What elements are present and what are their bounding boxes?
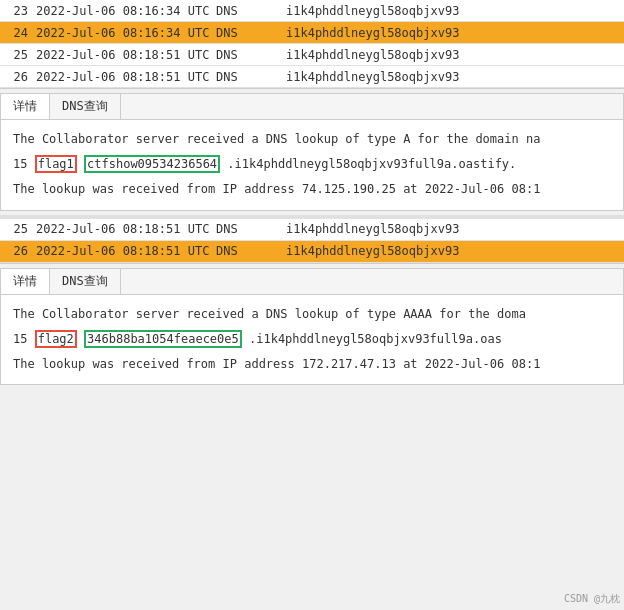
flag-red-1: flag1 (35, 155, 77, 173)
detail-content-2: The Collaborator server received a DNS l… (1, 295, 623, 385)
table-row[interactable]: 26 2022-Jul-06 08:18:51 UTC DNS i1k4phdd… (0, 66, 624, 88)
table-row[interactable]: 24 2022-Jul-06 08:16:34 UTC DNS i1k4phdd… (0, 22, 624, 44)
table-row[interactable]: 25 2022-Jul-06 08:18:51 UTC DNS i1k4phdd… (0, 44, 624, 66)
row-num: 25 (4, 48, 36, 62)
row-domain: i1k4phddlneygl58oqbjxv93 (286, 48, 620, 62)
row-type: DNS (216, 4, 286, 18)
row-domain: i1k4phddlneygl58oqbjxv93 (286, 26, 620, 40)
row-date: 2022-Jul-06 08:16:34 UTC (36, 4, 216, 18)
row-type: DNS (216, 222, 286, 236)
row-num: 26 (4, 70, 36, 84)
row-date: 2022-Jul-06 08:18:51 UTC (36, 244, 216, 258)
table-row[interactable]: 26 2022-Jul-06 08:18:51 UTC DNS i1k4phdd… (0, 241, 624, 263)
tab-details-2[interactable]: 详情 (1, 269, 50, 294)
row-domain: i1k4phddlneygl58oqbjxv93 (286, 70, 620, 84)
detail-description-1: The Collaborator server received a DNS l… (13, 130, 611, 149)
flag-suffix-1: .i1k4phddlneygl58oqbjxv93full9a.oastify. (227, 157, 516, 171)
detail-panel-2: 详情 DNS查询 The Collaborator server receive… (0, 268, 624, 386)
flag-suffix-2: .i1k4phddlneygl58oqbjxv93full9a.oas (249, 332, 502, 346)
row-date: 2022-Jul-06 08:18:51 UTC (36, 48, 216, 62)
tab-dns-2[interactable]: DNS查询 (50, 269, 121, 294)
row-num: 25 (4, 222, 36, 236)
row-domain: i1k4phddlneygl58oqbjxv93 (286, 244, 620, 258)
detail-tabs-1: 详情 DNS查询 (1, 94, 623, 120)
row-type: DNS (216, 70, 286, 84)
row-num: 24 (4, 26, 36, 40)
tab-dns-1[interactable]: DNS查询 (50, 94, 121, 119)
lookup-text-2: The lookup was received from IP address … (13, 355, 611, 374)
detail-description-2: The Collaborator server received a DNS l… (13, 305, 611, 324)
detail-flag-line-1: 15 flag1 ctfshow09534236564 .i1k4phddlne… (13, 155, 611, 174)
row-domain: i1k4phddlneygl58oqbjxv93 (286, 4, 620, 18)
table-row[interactable]: 23 2022-Jul-06 08:16:34 UTC DNS i1k4phdd… (0, 0, 624, 22)
lookup-text-1: The lookup was received from IP address … (13, 180, 611, 199)
detail-panel-1: 详情 DNS查询 The Collaborator server receive… (0, 93, 624, 211)
table-row[interactable]: 25 2022-Jul-06 08:18:51 UTC DNS i1k4phdd… (0, 219, 624, 241)
desc-prefix-2: The Collaborator server received a DNS l… (13, 307, 526, 321)
desc-prefix-1: The Collaborator server received a DNS l… (13, 132, 540, 146)
flag-number-prefix-1: 15 (13, 157, 27, 171)
flag-green-2: 346b88ba1054feaece0e5 (84, 330, 242, 348)
row-date: 2022-Jul-06 08:18:51 UTC (36, 70, 216, 84)
row-date: 2022-Jul-06 08:16:34 UTC (36, 26, 216, 40)
row-domain: i1k4phddlneygl58oqbjxv93 (286, 222, 620, 236)
flag-red-2: flag2 (35, 330, 77, 348)
row-num: 23 (4, 4, 36, 18)
detail-content-1: The Collaborator server received a DNS l… (1, 120, 623, 210)
flag-number-prefix-2: 15 (13, 332, 27, 346)
row-num: 26 (4, 244, 36, 258)
top-table: 23 2022-Jul-06 08:16:34 UTC DNS i1k4phdd… (0, 0, 624, 89)
row-type: DNS (216, 244, 286, 258)
row-date: 2022-Jul-06 08:18:51 UTC (36, 222, 216, 236)
flag-green-1: ctfshow09534236564 (84, 155, 220, 173)
row-type: DNS (216, 26, 286, 40)
bottom-table: 25 2022-Jul-06 08:18:51 UTC DNS i1k4phdd… (0, 219, 624, 264)
tab-details-1[interactable]: 详情 (1, 94, 50, 119)
detail-flag-line-2: 15 flag2 346b88ba1054feaece0e5 .i1k4phdd… (13, 330, 611, 349)
detail-tabs-2: 详情 DNS查询 (1, 269, 623, 295)
row-type: DNS (216, 48, 286, 62)
